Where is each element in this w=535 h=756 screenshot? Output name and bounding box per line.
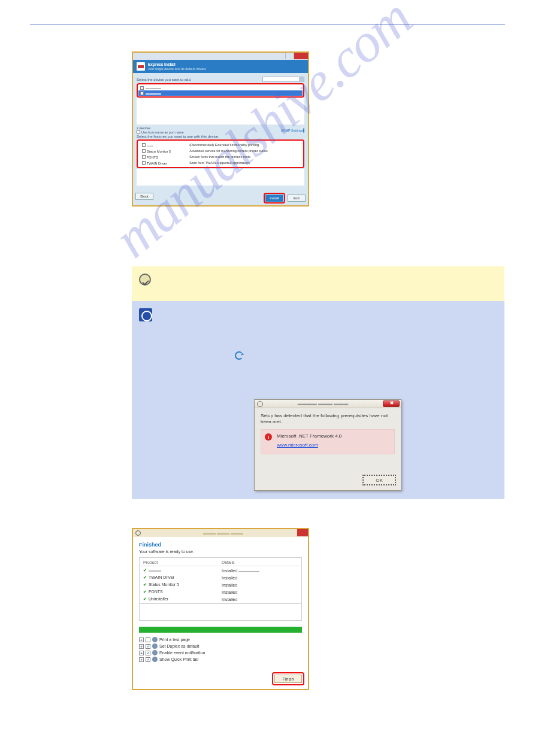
detail-text: Installed <box>219 575 300 581</box>
option-icon <box>152 637 158 642</box>
device-icon <box>140 92 144 95</box>
dialog-titlebar: ▬▬▬▬ ▬▬▬ ▬▬▬ <box>255 400 401 408</box>
product-name: Status Monitor 5 <box>149 582 179 587</box>
prerequisite-link[interactable]: www.microsoft.com <box>277 442 318 448</box>
checkbox[interactable]: ✔ <box>146 651 150 655</box>
option-label: Set Duplex as default <box>159 644 200 648</box>
check-icon: ✔ <box>143 582 147 587</box>
finished-window: ▬▬▬ ▬▬▬ ▬▬▬ Finished Your software is re… <box>132 528 309 690</box>
option-label: Enable event notification <box>159 651 205 655</box>
close-button[interactable] <box>294 53 308 59</box>
device-row[interactable]: ▬▬▬▬ <box>138 85 303 90</box>
snmp-settings-link[interactable]: SNMP Settings <box>281 129 303 132</box>
table-row: ✔▬▬▬Installed ▬▬▬▬▬ <box>141 567 300 573</box>
option-row[interactable]: +✔Show Quick Print tab <box>139 656 302 663</box>
option-label: Print a test page <box>159 637 190 642</box>
install-button-highlight: Install <box>264 193 285 204</box>
product-name: TWAIN Driver <box>149 575 174 579</box>
device-list-empty-area <box>137 98 304 125</box>
col-product: Product <box>141 559 218 566</box>
features-label: Select the features you want to use with… <box>137 135 304 138</box>
top-rule <box>30 24 505 25</box>
expand-icon[interactable]: + <box>139 651 144 655</box>
col-details: Details <box>219 559 300 566</box>
option-label: Show Quick Print tab <box>159 657 198 661</box>
header-subtitle: Add single device and its default driver… <box>148 67 206 71</box>
exit-button[interactable]: Exit <box>288 195 306 202</box>
options-list: +Print a test page +✔Set Duplex as defau… <box>139 636 302 663</box>
prerequisite-name: Microsoft .NET Framework 4.0 <box>277 433 389 439</box>
ok-button[interactable]: OK <box>362 475 396 485</box>
feature-name: TWAIN Driver <box>147 162 167 165</box>
note-box: ▬▬▬▬ ▬▬▬ ▬▬▬ Setup has detected that the… <box>132 301 504 499</box>
finished-title: Finished <box>139 542 302 548</box>
feature-desc: Advanced service for monitoring current … <box>187 148 301 153</box>
checkbox[interactable] <box>146 637 150 642</box>
expand-icon[interactable]: + <box>139 637 144 642</box>
product-name: FONTS <box>149 590 163 594</box>
table-row: ✔FONTSInstalled <box>141 589 300 595</box>
product-name: Uninstaller <box>149 597 168 601</box>
dialog-message: Setup has detected that the following pr… <box>261 413 395 424</box>
table-row: ✔TWAIN DriverInstalled <box>141 575 300 581</box>
feature-desc: (Recommended) Extended functionality pri… <box>187 142 301 147</box>
expand-icon[interactable]: + <box>139 657 144 662</box>
device-list[interactable]: ▬▬▬▬ ▬▬▬▬ <box>138 85 303 96</box>
refresh-icon[interactable] <box>303 128 304 133</box>
use-hostname-label: Use host name as port name <box>141 130 184 134</box>
detail-text: Installed <box>219 596 300 602</box>
option-icon <box>152 643 158 649</box>
globe-icon <box>135 530 141 536</box>
table-row: ✔UninstallerInstalled <box>141 596 300 602</box>
close-button[interactable] <box>297 529 308 536</box>
installer-icon <box>137 62 145 71</box>
check-icon: ✔ <box>143 590 147 594</box>
feature-desc: Scan from TWAIN-supported applications <box>187 160 301 165</box>
device-icon <box>140 86 144 90</box>
products-table: Product Details ✔▬▬▬Installed ▬▬▬▬▬ ✔TWA… <box>139 557 302 604</box>
expand-icon[interactable]: + <box>139 644 144 649</box>
feature-row[interactable]: ▬▬(Recommended) Extended functionality p… <box>140 142 301 147</box>
detail-text: Installed <box>219 582 300 588</box>
check-icon: ✔ <box>143 568 147 572</box>
device-row-selected[interactable]: ▬▬▬▬ <box>138 90 303 96</box>
features-empty-area <box>137 169 304 186</box>
window-header: Express Install Add single device and it… <box>133 60 308 73</box>
feature-row[interactable]: Status Monitor 5Advanced service for mon… <box>140 148 301 153</box>
dialog-close-button[interactable] <box>383 400 400 407</box>
important-note-box <box>132 266 504 301</box>
table-empty-area <box>139 604 302 621</box>
minimize-button[interactable] <box>285 53 294 59</box>
window-titlebar <box>133 53 308 60</box>
option-row[interactable]: +Print a test page <box>139 636 302 643</box>
checkbox[interactable]: ✔ <box>146 644 150 649</box>
select-device-text: Select the device you want to add. <box>137 78 191 81</box>
feature-row[interactable]: TWAIN DriverScan from TWAIN-supported ap… <box>140 160 301 165</box>
note-icon <box>139 308 152 321</box>
search-icon <box>299 77 304 82</box>
prerequisite-item: ! Microsoft .NET Framework 4.0 www.micro… <box>261 429 395 454</box>
check-icon: ✔ <box>143 597 147 601</box>
option-row[interactable]: +✔Enable event notification <box>139 649 302 656</box>
checkbox[interactable]: ✔ <box>146 657 150 662</box>
features-highlight: ▬▬(Recommended) Extended functionality p… <box>137 139 304 168</box>
feature-name: Status Monitor 5 <box>147 150 171 153</box>
express-install-window: Express Install Add single device and it… <box>132 51 309 207</box>
check-icon: ✔ <box>143 575 147 579</box>
feature-row[interactable]: FONTSScreen fonts that match the printer… <box>140 154 301 159</box>
table-row: ✔Status Monitor 5Installed <box>141 582 300 588</box>
option-row[interactable]: +✔Set Duplex as default <box>139 643 302 649</box>
use-hostname-checkbox[interactable] <box>137 130 140 133</box>
header-title: Express Install <box>148 62 206 66</box>
features-table: ▬▬(Recommended) Extended functionality p… <box>138 141 303 166</box>
finish-button[interactable]: Finish <box>274 675 302 683</box>
option-icon <box>152 657 158 662</box>
device-search-input[interactable] <box>262 77 304 82</box>
install-button[interactable]: Install <box>265 195 283 202</box>
feature-desc: Screen fonts that match the printer's fo… <box>187 154 301 159</box>
back-button[interactable]: Back <box>135 193 153 200</box>
finished-subtitle: Your software is ready to use. <box>139 549 302 554</box>
select-device-label: Select the device you want to add. <box>137 77 304 82</box>
progress-bar <box>139 627 302 633</box>
refresh-icon <box>235 351 243 360</box>
